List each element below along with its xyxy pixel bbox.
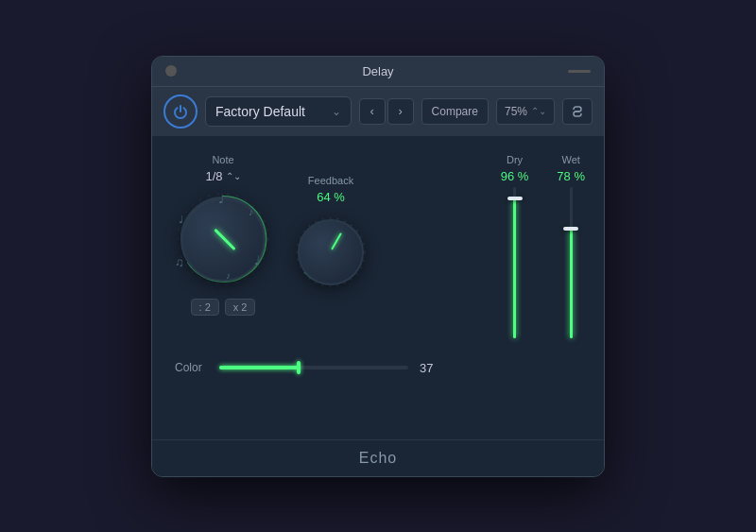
feedback-knob-body [298, 219, 364, 285]
note-value-display[interactable]: 1/8 ⌃⌄ [205, 169, 240, 183]
window-minimize-btn[interactable] [568, 70, 591, 73]
dry-label: Dry [507, 154, 523, 165]
wet-slider-thumb[interactable] [563, 227, 578, 231]
note-arrows-icon: ⌃⌄ [226, 171, 241, 181]
note-label: Note [212, 154, 233, 165]
color-slider[interactable] [219, 366, 408, 369]
feedback-label: Feedback [308, 175, 353, 186]
note-div-button[interactable]: : 2 [191, 299, 219, 316]
wet-slider-fill [570, 229, 573, 337]
feedback-section: Feedback 64 % [294, 175, 368, 289]
wet-label: Wet [562, 154, 580, 165]
link-button[interactable] [562, 98, 593, 125]
chevron-down-icon: ⌄ [332, 105, 341, 118]
bottom-label: Echo [152, 439, 604, 476]
dry-slider[interactable] [506, 187, 524, 338]
music-note-right: ♩ [254, 253, 260, 267]
toolbar: Factory Default ⌄ ‹ › Compare 75% ⌃⌄ [152, 87, 604, 137]
color-value: 37 [420, 361, 443, 375]
nav-buttons: ‹ › [359, 98, 414, 125]
preset-dropdown[interactable]: Factory Default ⌄ [205, 96, 352, 127]
note-knob-indicator [214, 228, 235, 249]
feedback-knob-indicator [331, 232, 342, 249]
wet-value: 78 % [557, 169, 585, 183]
compare-button[interactable]: Compare [421, 98, 489, 125]
color-slider-thumb[interactable] [297, 361, 301, 374]
color-row: Color 37 [171, 361, 585, 375]
music-note-left-top: ♩ [179, 214, 183, 226]
music-note-left: ♫ [175, 255, 184, 269]
feedback-knob[interactable] [294, 215, 368, 289]
dry-value: 96 % [501, 169, 529, 183]
note-section: Note 1/8 ⌃⌄ [171, 154, 275, 316]
dry-slider-track [513, 187, 516, 338]
window-title: Delay [362, 64, 393, 78]
main-area: Note 1/8 ⌃⌄ [152, 137, 604, 439]
color-label: Color [175, 361, 208, 374]
wet-slider-col: Wet 78 % [557, 154, 585, 338]
note-mul-button[interactable]: x 2 [225, 299, 256, 316]
power-button[interactable] [163, 94, 198, 129]
dry-slider-col: Dry 96 % [501, 154, 529, 338]
window-close-dot[interactable] [165, 65, 177, 77]
zoom-control[interactable]: 75% ⌃⌄ [496, 98, 555, 125]
plugin-window: Delay Factory Default ⌄ ‹ › Compare [151, 56, 605, 477]
title-bar: Delay [152, 57, 604, 87]
note-sub-buttons: : 2 x 2 [191, 299, 256, 316]
music-note-bottom: ♪ [226, 270, 231, 281]
preset-name: Factory Default [215, 104, 305, 119]
note-knob[interactable]: ♩ ♪ ♩ ♪ ♫ ♩ [171, 187, 275, 291]
dry-slider-thumb[interactable] [507, 197, 523, 200]
preset-next-button[interactable]: › [387, 98, 414, 125]
sliders-section: Dry 96 % Wet 78 % [501, 154, 585, 338]
wet-slider[interactable] [561, 187, 580, 338]
color-slider-fill [219, 366, 299, 369]
music-note-right-top: ♪ [249, 206, 254, 217]
wet-slider-track [570, 187, 573, 338]
preset-prev-button[interactable]: ‹ [359, 98, 386, 125]
dry-slider-fill [513, 198, 516, 337]
music-note-top: ♩ [218, 192, 224, 206]
zoom-arrows-icon: ⌃⌄ [531, 106, 546, 116]
feedback-value: 64 % [317, 190, 345, 204]
